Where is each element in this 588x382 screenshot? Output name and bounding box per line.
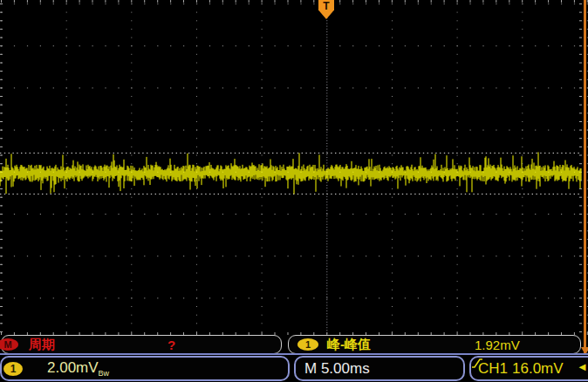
trigger-status: CH1 16.0mV <box>478 360 564 378</box>
timebase-value: M 5.00ms <box>304 360 370 378</box>
timebase-box[interactable]: M 5.00ms <box>294 356 465 381</box>
bandwidth-limit-indicator: Bw <box>99 369 110 378</box>
ch1-noise-trace <box>0 0 588 336</box>
rising-edge-icon <box>471 358 483 369</box>
peakpeak-value: 1.92mV <box>475 338 520 352</box>
ch1-source-badge: 1 <box>297 338 318 351</box>
trigger-level-line[interactable] <box>584 0 586 354</box>
period-label: 周期 <box>29 337 55 353</box>
oscilloscope-screen: T M 周期 ? 1 峰-峰值 1.92mV 1 2.00mVBw M 5.00… <box>0 0 588 382</box>
peakpeak-label: 峰-峰值 <box>327 337 371 353</box>
trigger-marker-label: T <box>323 0 329 19</box>
status-bar-divider <box>0 353 588 355</box>
ch1-scale-value: 2.00mVBw <box>47 359 109 378</box>
ch1-badge: 1 <box>3 362 23 376</box>
ch1-scale-box[interactable]: 1 2.00mVBw <box>0 356 290 381</box>
math-source-badge: M <box>0 338 18 351</box>
measurement-peakpeak-box: 1 峰-峰值 1.92mV <box>288 335 581 354</box>
measurement-period-box: M 周期 ? <box>1 335 282 354</box>
period-value: ? <box>168 338 175 352</box>
trigger-level-value: 16.0mV <box>512 360 564 378</box>
trigger-status-box[interactable]: CH1 16.0mV <box>469 356 588 381</box>
waveform-display: T <box>0 0 588 336</box>
more-menu-arrow[interactable]: ◄ <box>577 360 588 373</box>
